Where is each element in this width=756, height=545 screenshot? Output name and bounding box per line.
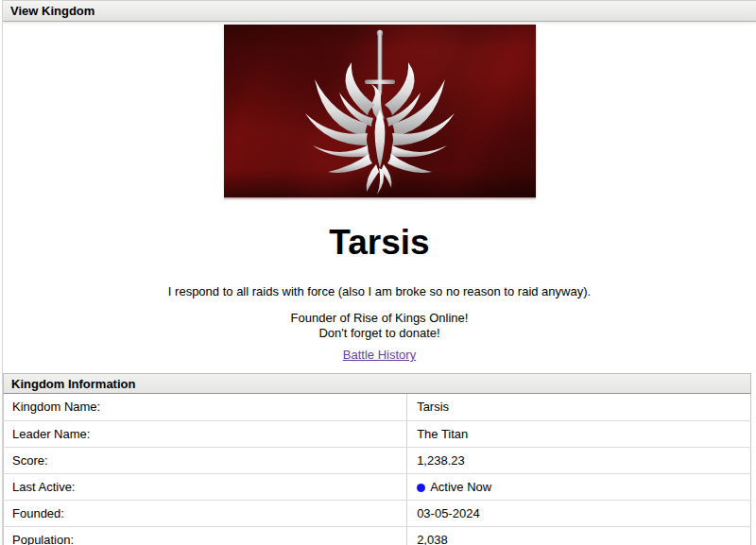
battle-history-row: Battle History — [3, 348, 756, 362]
row-label: Founded: — [4, 500, 407, 526]
table-row-score: Score: 1,238.23 — [4, 447, 751, 473]
kingdom-information-section: Kingdom Information Kingdom Name: Tarsis… — [3, 373, 751, 545]
flag-container — [3, 25, 756, 202]
founder-line-2: Don't forget to donate! — [318, 326, 439, 340]
row-value: 1,238.23 — [407, 447, 751, 473]
row-value: Tarsis — [407, 394, 751, 420]
row-label: Population: — [4, 526, 407, 545]
table-row-founded: Founded: 03-05-2024 — [4, 500, 751, 526]
founder-note: Founder of Rise of Kings Online! Don't f… — [3, 311, 756, 341]
founder-line-1: Founder of Rise of Kings Online! — [291, 311, 469, 325]
battle-history-link[interactable]: Battle History — [343, 348, 416, 362]
page-title: View Kingdom — [10, 4, 94, 18]
kingdom-flag-image — [224, 25, 536, 198]
row-value: The Titan — [407, 420, 751, 447]
row-value: 2,038 — [407, 526, 751, 545]
row-label: Score: — [4, 447, 407, 473]
kingdom-information-header: Kingdom Information — [3, 373, 751, 394]
kingdom-name-heading: Tarsis — [3, 225, 756, 260]
table-row-last-active: Last Active: Active Now — [4, 473, 751, 500]
page-title-bar: View Kingdom — [3, 0, 756, 22]
view-kingdom-page: View Kingdom — [2, 0, 756, 545]
row-label: Leader Name: — [4, 420, 407, 447]
phoenix-sword-emblem-icon — [224, 25, 536, 198]
table-row-population: Population: 2,038 — [4, 526, 751, 545]
active-now-dot-icon — [417, 484, 425, 492]
kingdom-description: I respond to all raids with force (also … — [3, 284, 756, 299]
row-label: Last Active: — [4, 473, 407, 500]
row-value: 03-05-2024 — [407, 500, 751, 526]
table-row-leader-name: Leader Name: The Titan — [4, 420, 751, 447]
kingdom-information-table: Kingdom Name: Tarsis Leader Name: The Ti… — [3, 394, 751, 545]
kingdom-information-header-label: Kingdom Information — [11, 377, 135, 391]
row-value: Active Now — [407, 473, 751, 500]
table-row-kingdom-name: Kingdom Name: Tarsis — [4, 394, 751, 420]
active-status-text: Active Now — [430, 480, 491, 494]
row-label: Kingdom Name: — [4, 394, 407, 420]
